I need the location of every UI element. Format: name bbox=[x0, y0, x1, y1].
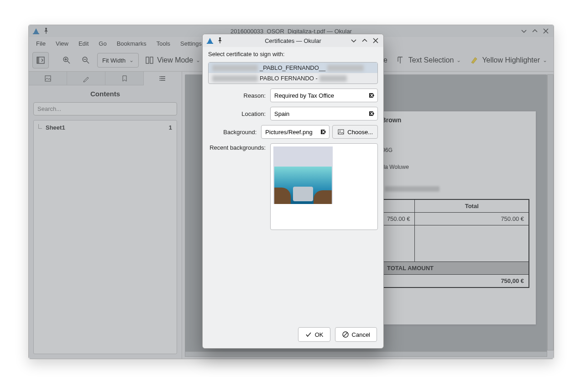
menu-edit[interactable]: Edit bbox=[74, 39, 93, 48]
menu-settings[interactable]: Settings bbox=[176, 39, 206, 48]
svg-point-11 bbox=[159, 80, 160, 81]
toggle-sidebar-button[interactable] bbox=[32, 52, 49, 68]
svg-rect-14 bbox=[338, 130, 344, 134]
dialog-titlebar: Certificates — Okular bbox=[203, 34, 383, 47]
cancel-icon bbox=[342, 331, 349, 338]
svg-rect-3 bbox=[37, 57, 39, 63]
pin-icon[interactable] bbox=[216, 37, 224, 44]
svg-rect-8 bbox=[45, 76, 51, 81]
horizontal-scrollbar[interactable] bbox=[185, 351, 547, 357]
dialog-minimize-button[interactable] bbox=[350, 37, 358, 45]
recent-backgrounds-label: Recent backgrounds: bbox=[208, 143, 266, 230]
certificates-dialog: Certificates — Okular Select certificate… bbox=[202, 34, 384, 349]
dialog-close-button[interactable] bbox=[371, 37, 380, 45]
svg-rect-13 bbox=[220, 41, 220, 43]
cancel-button[interactable]: Cancel bbox=[335, 327, 377, 342]
chevron-down-icon: ⌄ bbox=[129, 57, 134, 63]
cancel-label: Cancel bbox=[352, 331, 370, 338]
clear-location-button[interactable] bbox=[367, 109, 376, 118]
pin-icon[interactable] bbox=[42, 27, 50, 35]
view-mode-label: View Mode bbox=[157, 56, 193, 64]
choose-background-button[interactable]: Choose... bbox=[332, 125, 378, 139]
app-icon bbox=[206, 37, 214, 44]
highlighter-button[interactable]: Yellow Highlighter ⌄ bbox=[467, 52, 550, 68]
tab-annotations[interactable] bbox=[67, 72, 105, 85]
reason-label: Reason: bbox=[208, 92, 266, 99]
clear-background-button[interactable] bbox=[319, 127, 328, 136]
search-input[interactable] bbox=[33, 102, 177, 115]
location-input[interactable] bbox=[270, 107, 378, 120]
menu-tools[interactable]: Tools bbox=[152, 39, 175, 48]
chevron-down-icon: ⌄ bbox=[196, 57, 200, 63]
vertical-scrollbar[interactable] bbox=[547, 74, 554, 350]
svg-rect-1 bbox=[46, 31, 46, 34]
choose-label: Choose... bbox=[347, 129, 373, 136]
certificate-list[interactable]: _PABLO_FERNANDO__ PABLO FERNANDO - bbox=[208, 62, 378, 84]
tab-contents[interactable] bbox=[144, 72, 182, 85]
contents-search[interactable] bbox=[33, 102, 177, 115]
zoom-in-button[interactable] bbox=[59, 52, 74, 68]
menu-file[interactable]: File bbox=[31, 39, 50, 48]
clear-reason-button[interactable] bbox=[367, 91, 376, 100]
app-icon bbox=[32, 27, 40, 35]
tree-item-page: 1 bbox=[169, 124, 172, 131]
svg-point-10 bbox=[159, 78, 160, 79]
panel-title: Contents bbox=[29, 85, 182, 102]
recent-background-thumbnail[interactable] bbox=[273, 146, 333, 204]
image-icon bbox=[337, 128, 345, 136]
menu-view[interactable]: View bbox=[51, 39, 73, 48]
svg-rect-7 bbox=[150, 57, 153, 63]
zoom-mode-label: Fit Width bbox=[102, 57, 126, 64]
reef-thumbnail-image bbox=[274, 167, 332, 204]
tab-thumbnails[interactable] bbox=[29, 72, 67, 85]
highlighter-icon bbox=[470, 56, 479, 65]
highlighter-label: Yellow Highlighter bbox=[482, 56, 540, 64]
zoom-out-button[interactable] bbox=[78, 52, 94, 68]
view-mode-icon bbox=[145, 56, 154, 65]
ok-label: OK bbox=[315, 331, 324, 338]
background-label: Background: bbox=[208, 129, 256, 136]
minimize-button[interactable] bbox=[520, 27, 528, 35]
close-button[interactable] bbox=[542, 27, 550, 35]
text-selection-icon bbox=[397, 56, 406, 65]
tree-item-label: Sheet1 bbox=[46, 124, 65, 131]
check-icon bbox=[305, 331, 312, 338]
svg-rect-6 bbox=[146, 57, 149, 63]
view-mode-button[interactable]: View Mode ⌄ bbox=[142, 52, 203, 68]
certificate-prompt: Select certificate to sign with: bbox=[208, 51, 378, 57]
svg-point-9 bbox=[159, 76, 160, 77]
contents-tree[interactable]: Sheet1 1 bbox=[33, 120, 177, 354]
chevron-down-icon: ⌄ bbox=[456, 57, 461, 63]
chevron-down-icon: ⌄ bbox=[543, 57, 547, 63]
svg-rect-12 bbox=[207, 43, 213, 44]
maximize-button[interactable] bbox=[531, 27, 539, 35]
certificate-item[interactable]: _PABLO_FERNANDO__ bbox=[209, 63, 377, 73]
text-selection-button[interactable]: Text Selection ⌄ bbox=[394, 52, 464, 68]
zoom-mode-select[interactable]: Fit Width ⌄ bbox=[97, 53, 139, 68]
svg-point-15 bbox=[340, 131, 340, 131]
text-selection-label: Text Selection bbox=[408, 56, 454, 64]
tree-item[interactable]: Sheet1 1 bbox=[37, 123, 174, 132]
certificate-item[interactable]: PABLO FERNANDO - bbox=[209, 73, 377, 84]
reason-input[interactable] bbox=[270, 89, 378, 102]
ok-button[interactable]: OK bbox=[298, 327, 330, 342]
svg-rect-0 bbox=[33, 33, 39, 34]
location-label: Location: bbox=[208, 110, 266, 117]
tab-bookmarks[interactable] bbox=[105, 72, 144, 85]
menu-bookmarks[interactable]: Bookmarks bbox=[112, 39, 151, 48]
side-panel: Contents Sheet1 1 bbox=[29, 72, 182, 359]
menu-go[interactable]: Go bbox=[94, 39, 111, 48]
dialog-maximize-button[interactable] bbox=[361, 37, 369, 45]
recent-backgrounds-list[interactable] bbox=[270, 143, 378, 230]
